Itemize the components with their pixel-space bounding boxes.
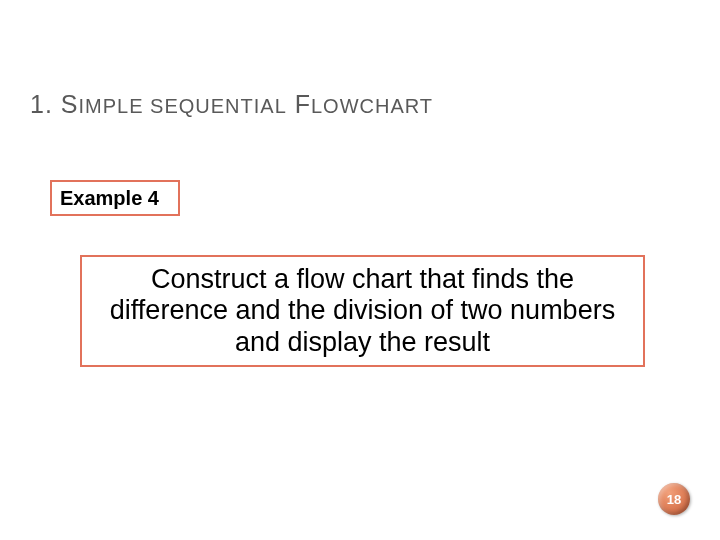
title-part2-sm: SEQUENTIAL (144, 95, 287, 117)
title-part3-sm: LOWCHART (311, 95, 433, 117)
title-part3-big: F (287, 90, 311, 118)
slide: 1. SIMPLE SEQUENTIAL FLOWCHART Example 4… (0, 0, 720, 540)
page-number-badge: 18 (658, 483, 690, 515)
body-text-box: Construct a flow chart that finds the di… (80, 255, 645, 367)
example-label-box: Example 4 (50, 180, 180, 216)
title-part1-big: 1. S (30, 90, 78, 118)
example-label: Example 4 (60, 187, 159, 210)
body-text: Construct a flow chart that finds the di… (100, 264, 625, 357)
slide-title: 1. SIMPLE SEQUENTIAL FLOWCHART (30, 90, 433, 119)
page-number: 18 (667, 492, 681, 507)
title-part1-sm: IMPLE (78, 95, 143, 117)
